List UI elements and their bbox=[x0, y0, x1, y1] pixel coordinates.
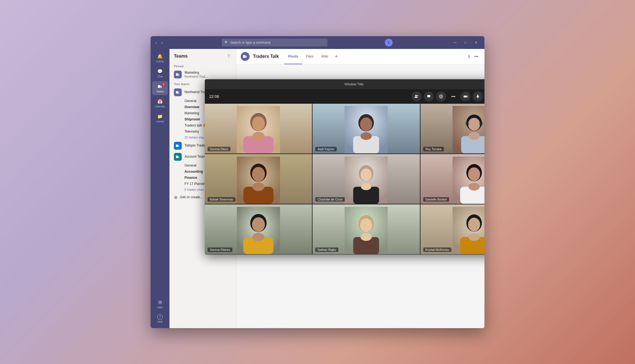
chat-icon: 💬 bbox=[157, 68, 163, 75]
reactions-button[interactable] bbox=[436, 91, 446, 101]
call-window-title: Window Title bbox=[208, 82, 484, 86]
team-avatar-northwind bbox=[174, 88, 182, 96]
svg-point-39 bbox=[479, 121, 483, 127]
forward-button[interactable]: › bbox=[160, 39, 164, 46]
svg-point-69 bbox=[468, 233, 479, 241]
svg-point-49 bbox=[361, 183, 371, 190]
video-cell-charlotte: Charlotte de Crum bbox=[312, 154, 420, 204]
svg-point-67 bbox=[468, 218, 480, 232]
participant-figure-6 bbox=[420, 154, 484, 204]
svg-point-44 bbox=[252, 182, 264, 191]
tab-wiki[interactable]: Wiki bbox=[318, 49, 332, 65]
video-cell-serena-ribeiro: Serena Ribeiro bbox=[205, 204, 312, 254]
sidebar-bottom: ⊞ Apps ? Help bbox=[152, 297, 168, 328]
sidebar-item-files[interactable]: 📁 Activity bbox=[152, 111, 168, 125]
sidebar: 🔔 Activity 💬 Chat 5 Teams 📅 Calendar 📁 bbox=[151, 49, 169, 328]
svg-marker-18 bbox=[466, 95, 467, 98]
call-window: Window Title — □ ✕ 22:06 ••• bbox=[205, 79, 484, 254]
participant-figure-8 bbox=[312, 204, 420, 254]
sidebar-item-chat[interactable]: 💬 Chat bbox=[152, 66, 168, 80]
participant-name-4: Babak Shammas bbox=[208, 197, 235, 202]
tab-files[interactable]: Files bbox=[302, 49, 318, 65]
svg-point-64 bbox=[361, 233, 372, 241]
sidebar-label-teams: Teams bbox=[156, 90, 164, 93]
pinned-label: Pinned bbox=[169, 62, 236, 69]
sidebar-item-help[interactable]: ? Help bbox=[152, 312, 168, 325]
svg-rect-3 bbox=[178, 74, 179, 76]
help-icon: ? bbox=[157, 314, 163, 320]
apps-icon: ⊞ bbox=[157, 299, 163, 305]
user-avatar[interactable]: 👤 bbox=[385, 39, 393, 46]
svg-point-15 bbox=[440, 96, 440, 96]
call-title-bar: Window Title — □ ✕ bbox=[205, 79, 484, 89]
svg-rect-5 bbox=[178, 91, 179, 93]
call-toolbar: 22:06 ••• bbox=[205, 89, 484, 104]
svg-rect-11 bbox=[245, 56, 247, 58]
participant-figure-1 bbox=[205, 104, 312, 153]
svg-point-12 bbox=[415, 95, 417, 96]
svg-rect-17 bbox=[464, 95, 466, 97]
calendar-icon: 📅 bbox=[157, 98, 163, 105]
sidebar-item-apps[interactable]: ⊞ Apps bbox=[152, 297, 168, 311]
svg-point-35 bbox=[468, 118, 480, 131]
sidebar-item-calendar[interactable]: 📅 Calendar bbox=[152, 96, 168, 110]
window-controls: — □ ✕ bbox=[450, 39, 481, 46]
tab-posts[interactable]: Posts bbox=[284, 49, 302, 65]
svg-point-47 bbox=[361, 168, 372, 181]
call-time: 22:06 bbox=[209, 94, 219, 99]
participant-name-6: Danielle Booker bbox=[423, 197, 449, 202]
add-tab-button[interactable]: + bbox=[332, 49, 341, 65]
team-name-marketing: Marketing bbox=[184, 71, 232, 75]
sidebar-label-help: Help bbox=[157, 320, 163, 323]
more-actions-button[interactable]: ••• bbox=[448, 91, 458, 101]
participants-button[interactable] bbox=[412, 91, 422, 101]
mic-button[interactable] bbox=[473, 91, 483, 101]
camera-button[interactable] bbox=[461, 91, 471, 101]
teams-badge: 5 bbox=[162, 83, 166, 86]
nav-buttons: ‹ › bbox=[154, 39, 164, 46]
search-bar[interactable]: 🔍 Search or type a command bbox=[222, 39, 328, 46]
svg-point-25 bbox=[252, 117, 265, 131]
minimize-button[interactable]: — bbox=[450, 39, 460, 46]
svg-rect-1 bbox=[160, 86, 162, 88]
participant-figure-7 bbox=[205, 204, 312, 254]
filter-button[interactable]: ⊤ bbox=[226, 53, 232, 60]
video-cell-ray-tanaka: Ray Tanaka bbox=[420, 104, 484, 153]
files-icon: 📁 bbox=[157, 113, 163, 120]
svg-point-27 bbox=[252, 132, 264, 140]
participant-name-2: Aadi Kapoor bbox=[315, 147, 337, 151]
participant-name-5: Charlotte de Crum bbox=[315, 197, 345, 202]
svg-point-37 bbox=[468, 132, 479, 140]
participant-name-3: Ray Tanaka bbox=[423, 147, 444, 151]
search-icon: 🔍 bbox=[225, 41, 229, 44]
channel-avatar bbox=[241, 52, 250, 61]
chat-button[interactable] bbox=[424, 91, 434, 101]
sidebar-label-files: Activity bbox=[156, 120, 164, 123]
svg-point-42 bbox=[252, 167, 265, 182]
sidebar-item-teams[interactable]: 5 Teams bbox=[152, 81, 168, 95]
sidebar-label-activity: Activity bbox=[156, 60, 164, 63]
participant-name-1: Serena Davis bbox=[208, 147, 230, 151]
svg-point-30 bbox=[360, 118, 372, 132]
more-options-button[interactable]: ••• bbox=[472, 53, 480, 60]
team-avatar-tailspin bbox=[174, 142, 182, 150]
app-window: ‹ › 🔍 Search or type a command 👤 — □ ✕ 🔔… bbox=[151, 36, 484, 328]
sidebar-label-calendar: Calendar bbox=[155, 105, 165, 108]
video-cell-krystal: Krystal McKinney bbox=[420, 204, 484, 254]
svg-point-38 bbox=[465, 121, 469, 127]
participant-figure-9 bbox=[420, 204, 484, 254]
video-cell-nathan: Nathan Rigby bbox=[312, 204, 420, 254]
svg-rect-9 bbox=[178, 156, 179, 158]
svg-point-32 bbox=[361, 132, 372, 140]
maximize-button[interactable]: □ bbox=[461, 39, 471, 46]
sidebar-label-apps: Apps bbox=[157, 306, 163, 309]
team-avatar-account bbox=[174, 153, 182, 161]
channel-header: Traders Talk Posts Files Wiki + ℹ ••• bbox=[236, 49, 484, 65]
close-button[interactable]: ✕ bbox=[471, 39, 481, 46]
back-button[interactable]: ‹ bbox=[154, 39, 159, 46]
video-cell-babak-shammas: Babak Shammas bbox=[205, 154, 312, 204]
meeting-info-button[interactable]: ℹ bbox=[467, 53, 471, 60]
sidebar-item-activity[interactable]: 🔔 Activity bbox=[152, 51, 168, 65]
pinned-team-marketing[interactable]: Marketing Northwind Trad... bbox=[169, 69, 236, 80]
svg-rect-7 bbox=[178, 145, 179, 147]
